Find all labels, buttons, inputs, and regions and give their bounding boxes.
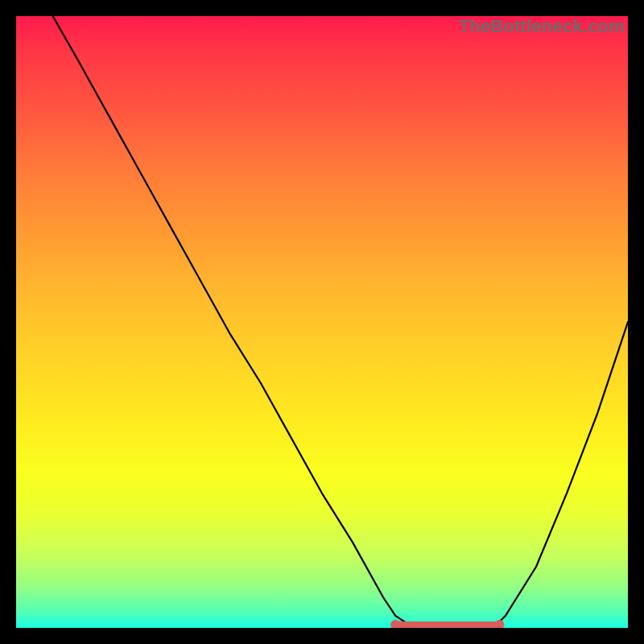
flat-region-start-dot: [390, 620, 400, 628]
bottleneck-curve-path: [53, 16, 628, 628]
chart-frame: TheBottleneck.com: [0, 0, 644, 644]
flat-region-end-dot: [494, 620, 504, 628]
plot-area: TheBottleneck.com: [16, 16, 628, 628]
chart-svg: [16, 16, 628, 628]
